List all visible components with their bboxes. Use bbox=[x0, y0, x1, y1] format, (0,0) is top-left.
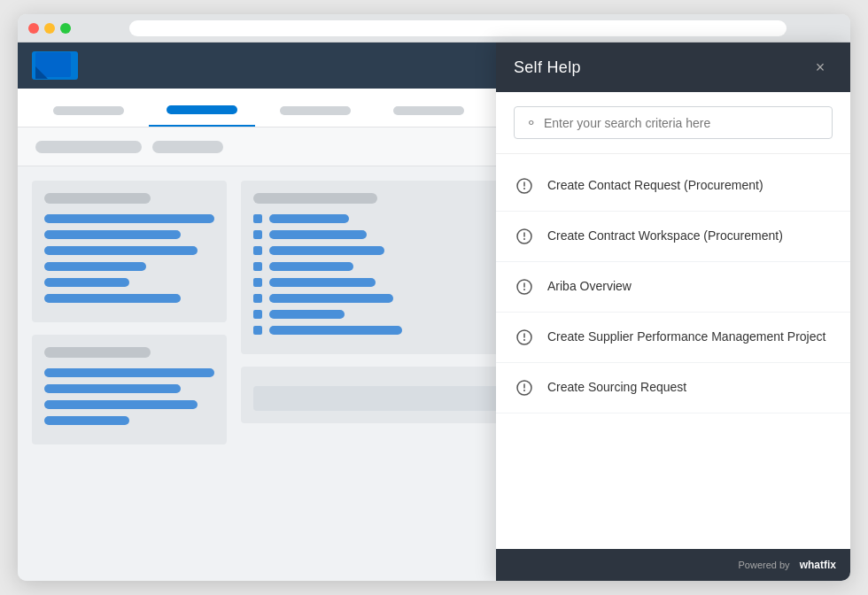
titlebar bbox=[18, 14, 850, 42]
right-line-4 bbox=[269, 262, 353, 271]
right-line-3 bbox=[269, 246, 384, 255]
left-panel bbox=[32, 181, 227, 567]
left-card-2-header bbox=[44, 347, 151, 358]
left-line-1 bbox=[44, 214, 214, 223]
app-logo bbox=[32, 51, 78, 80]
search-box: ⚬ bbox=[514, 106, 833, 139]
search-input[interactable] bbox=[544, 116, 821, 130]
right-card-1-header bbox=[253, 193, 377, 204]
sh-item-label-1: Create Contact Request (Procurement) bbox=[547, 177, 763, 195]
right-line-8 bbox=[269, 326, 402, 335]
left-line-8 bbox=[44, 384, 181, 393]
sh-item-4[interactable]: Create Supplier Performance Management P… bbox=[496, 313, 850, 363]
sh-item-5[interactable]: Create Sourcing Request bbox=[496, 363, 850, 413]
svg-point-2 bbox=[523, 188, 525, 189]
nav-tab-4[interactable] bbox=[376, 95, 482, 127]
right-dot-1 bbox=[253, 214, 262, 223]
right-dot-4 bbox=[253, 262, 262, 271]
left-line-6 bbox=[44, 294, 181, 303]
search-icon: ⚬ bbox=[525, 114, 537, 131]
right-dot-7 bbox=[253, 310, 262, 319]
sh-item-label-2: Create Contract Workspace (Procurement) bbox=[547, 228, 783, 245]
nav-tab-2[interactable] bbox=[149, 95, 255, 127]
sh-item-icon-4 bbox=[514, 327, 535, 348]
app-window: Self Help × ⚬ Create Contact Request (Pr… bbox=[18, 14, 850, 581]
self-help-title: Self Help bbox=[514, 58, 581, 77]
url-bar[interactable] bbox=[129, 20, 787, 36]
left-line-2 bbox=[44, 230, 181, 239]
left-line-4 bbox=[44, 262, 146, 271]
right-line-6 bbox=[269, 294, 393, 303]
right-dot-3 bbox=[253, 246, 262, 255]
left-line-5 bbox=[44, 278, 129, 287]
right-line-1 bbox=[269, 214, 349, 223]
window-close-dot[interactable] bbox=[28, 23, 39, 34]
sh-item-1[interactable]: Create Contact Request (Procurement) bbox=[496, 161, 850, 212]
self-help-header: Self Help × bbox=[496, 42, 850, 92]
right-dot-6 bbox=[253, 294, 262, 303]
logo-flag bbox=[35, 52, 74, 79]
right-line-2 bbox=[269, 230, 367, 239]
filter-pill-1 bbox=[35, 141, 142, 153]
self-help-search-container: ⚬ bbox=[496, 92, 850, 154]
nav-tab-1[interactable] bbox=[35, 95, 142, 127]
nav-tab-3[interactable] bbox=[262, 95, 368, 127]
sh-item-icon-1 bbox=[514, 175, 535, 197]
whatfix-brand: whatfix bbox=[800, 559, 836, 571]
svg-point-8 bbox=[523, 289, 525, 290]
window-minimize-dot[interactable] bbox=[44, 23, 55, 34]
sh-item-icon-3 bbox=[514, 276, 535, 298]
sh-item-3[interactable]: Ariba Overview bbox=[496, 262, 850, 313]
sh-item-label-5: Create Sourcing Request bbox=[547, 379, 686, 397]
left-card-1-header bbox=[44, 193, 151, 204]
right-dot-8 bbox=[253, 326, 262, 335]
left-line-9 bbox=[44, 400, 198, 409]
right-dot-2 bbox=[253, 230, 262, 239]
self-help-items-list: Create Contact Request (Procurement) Cre… bbox=[496, 154, 850, 549]
sh-item-label-3: Ariba Overview bbox=[547, 278, 632, 296]
sh-item-icon-5 bbox=[514, 377, 535, 398]
powered-by-text: Powered by whatfix bbox=[739, 559, 837, 571]
sh-item-icon-2 bbox=[514, 226, 535, 247]
left-card-2 bbox=[32, 335, 227, 444]
svg-point-14 bbox=[523, 390, 525, 391]
left-card-1 bbox=[32, 181, 227, 322]
right-line-5 bbox=[269, 278, 376, 287]
sh-item-label-4: Create Supplier Performance Management P… bbox=[547, 328, 825, 346]
sh-item-2[interactable]: Create Contract Workspace (Procurement) bbox=[496, 212, 850, 262]
right-dot-5 bbox=[253, 278, 262, 287]
left-line-3 bbox=[44, 246, 198, 255]
self-help-footer: Powered by whatfix bbox=[496, 549, 850, 581]
self-help-close-button[interactable]: × bbox=[808, 55, 833, 80]
right-line-7 bbox=[269, 310, 345, 319]
self-help-panel: Self Help × ⚬ Create Contact Request (Pr… bbox=[496, 42, 850, 581]
window-maximize-dot[interactable] bbox=[60, 23, 71, 34]
svg-point-11 bbox=[523, 339, 525, 341]
svg-point-5 bbox=[523, 238, 525, 240]
left-line-10 bbox=[44, 416, 129, 425]
filter-pill-2 bbox=[152, 141, 223, 153]
left-line-7 bbox=[44, 368, 214, 377]
